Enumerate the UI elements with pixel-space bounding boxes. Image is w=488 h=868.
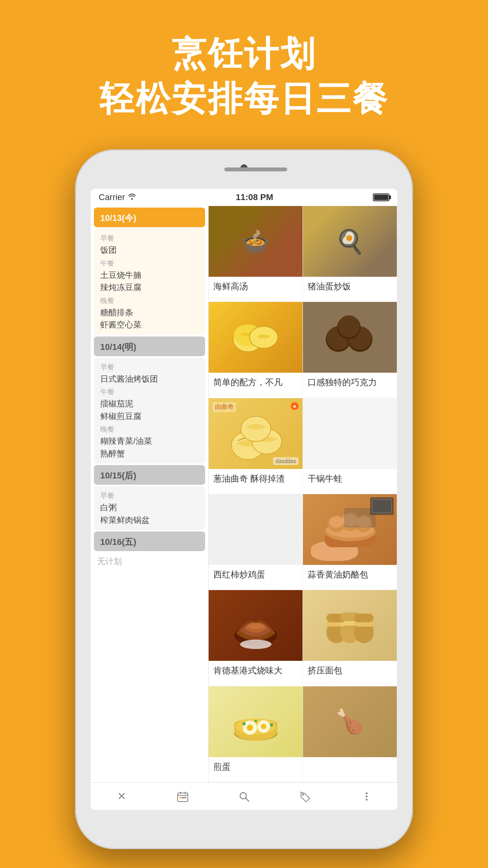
meal-item[interactable]: 饭团 [100, 244, 199, 256]
svg-point-51 [366, 792, 368, 794]
svg-point-52 [366, 795, 368, 797]
day-header-4[interactable]: 10/16(五) [94, 531, 205, 551]
day-group-4: 10/16(五) 无计划 [91, 531, 208, 570]
day-group-today: 10/13(今) 早餐 饭团 午餐 土豆烧牛腩 辣炖冻豆腐 晚餐 糖醋排条 虾酱… [91, 208, 208, 335]
sidebar[interactable]: 10/13(今) 早餐 饭团 午餐 土豆烧牛腩 辣炖冻豆腐 晚餐 糖醋排条 虾酱… [91, 206, 209, 782]
meal-item[interactable]: 糖醋排条 [100, 306, 199, 319]
app-headline: 烹饪计划 轻松安排每日三餐 [0, 0, 488, 121]
meal-item[interactable]: 虾酱空心菜 [100, 318, 199, 331]
recipe-image-1: 🍲 [209, 206, 303, 277]
meal-item[interactable]: 白粥 [100, 501, 199, 514]
recipe-item-2[interactable]: 🍳 猪油蛋炒饭 [303, 206, 397, 302]
meal-label: 午餐 [100, 387, 199, 397]
recipe-title-5: 葱油曲奇 酥得掉渣 [209, 469, 303, 490]
recipe-item-12[interactable]: 🍗 [303, 686, 397, 782]
day-group-3: 10/15(后) 早餐 白粥 榨菜鲜肉锅盆 [91, 465, 208, 530]
svg-point-37 [261, 724, 266, 729]
tab-search[interactable] [232, 785, 256, 808]
day-header-3[interactable]: 10/15(后) [94, 465, 205, 485]
svg-point-53 [366, 798, 368, 800]
tab-close[interactable]: ✕ [110, 785, 133, 808]
scallion-overlay-text2: dasddas [273, 457, 299, 465]
tab-tag[interactable] [294, 785, 317, 808]
meal-item[interactable]: 辣炖冻豆腐 [100, 281, 199, 294]
svg-rect-32 [354, 614, 374, 622]
recipe-image-3 [209, 302, 303, 373]
phone-mockup: Carrier 11:08 PM [75, 149, 413, 849]
recipe-item-3[interactable]: 简单的配方，不凡 [209, 302, 303, 398]
status-time: 11:08 PM [236, 192, 273, 202]
scallion-overlay-text: 由曲奇 [213, 402, 236, 412]
phone-speaker [224, 167, 287, 171]
phone-shell: Carrier 11:08 PM [75, 149, 413, 849]
content-area: 10/13(今) 早餐 饭团 午餐 土豆烧牛腩 辣炖冻豆腐 晚餐 糖醋排条 虾酱… [91, 206, 397, 782]
svg-point-38 [242, 722, 246, 725]
svg-point-18 [329, 517, 343, 528]
svg-rect-47 [184, 797, 186, 798]
recipe-image-6 [303, 398, 397, 469]
recipe-grid[interactable]: 🍲 海鲜高汤 🍳 猪油蛋炒饭 [209, 206, 397, 782]
svg-point-39 [270, 723, 273, 726]
recipe-title-4: 口感独特的巧克力 [303, 373, 397, 394]
status-bar: Carrier 11:08 PM [91, 189, 397, 206]
meal-label: 午餐 [100, 259, 199, 268]
recipe-item-9[interactable]: 肯德基港式烧味大 [209, 590, 303, 686]
svg-rect-46 [182, 797, 184, 798]
recipe-image-9 [209, 590, 303, 661]
recipe-image-12: 🍗 [303, 686, 397, 757]
recipe-image-7 [209, 494, 303, 565]
recipe-title-8: 蒜香黄油奶酪包 [303, 565, 397, 586]
recipe-item-11[interactable]: 煎蛋 [209, 686, 303, 782]
recipe-item-6[interactable]: 干锅牛蛙 [303, 398, 397, 494]
day-header-2[interactable]: 10/14(明) [94, 337, 205, 356]
recipe-item-8[interactable]: 蒜香黄油奶酪包 [303, 494, 397, 590]
recipe-title-2: 猪油蛋炒饭 [303, 277, 397, 298]
meal-label: 早餐 [100, 362, 199, 372]
svg-point-23 [240, 640, 272, 649]
recipe-image-4 [303, 302, 397, 373]
tab-more[interactable] [355, 785, 378, 808]
meal-item[interactable]: 榨菜鲜肉锅盆 [100, 514, 199, 526]
meal-item[interactable]: 糊辣青菜/油菜 [100, 435, 199, 447]
recipe-image-11 [209, 686, 303, 757]
svg-point-40 [255, 720, 257, 722]
recipe-title-11: 煎蛋 [209, 757, 303, 778]
recipe-title-7: 西红柿炒鸡蛋 [209, 565, 303, 586]
meal-label: 晚餐 [100, 296, 199, 305]
svg-point-50 [302, 793, 304, 795]
svg-point-8 [338, 315, 360, 337]
recipe-item-1[interactable]: 🍲 海鲜高汤 [209, 206, 303, 302]
wifi-icon [128, 193, 136, 202]
meal-item[interactable]: 擂椒茄泥 [100, 397, 199, 410]
meal-item[interactable]: 日式酱油烤饭团 [100, 373, 199, 385]
no-plan-label: 无计划 [91, 553, 208, 570]
tab-bar: ✕ [91, 782, 397, 810]
recipe-title-12 [303, 757, 397, 766]
meal-item[interactable]: 鲜椒煎豆腐 [100, 410, 199, 423]
meal-label: 晚餐 [100, 425, 199, 434]
recipe-image-8 [303, 494, 397, 565]
day-content-2: 早餐 日式酱油烤饭团 午餐 擂椒茄泥 鲜椒煎豆腐 晚餐 糊辣青菜/油菜 熟醉蟹 [94, 358, 205, 464]
recipe-item-10[interactable]: 挤压面包 [303, 590, 397, 686]
recipe-title-10: 挤压面包 [303, 661, 397, 682]
svg-line-49 [246, 798, 249, 801]
recipe-item-4[interactable]: 口感独特的巧克力 [303, 302, 397, 398]
svg-rect-45 [180, 797, 182, 798]
recipe-item-7[interactable]: 西红柿炒鸡蛋 [209, 494, 303, 590]
phone-screen: Carrier 11:08 PM [91, 189, 397, 810]
day-content-today: 早餐 饭团 午餐 土豆烧牛腩 辣炖冻豆腐 晚餐 糖醋排条 虾酱空心菜 [94, 229, 205, 335]
recipe-title-9: 肯德基港式烧味大 [209, 661, 303, 682]
recipe-item-5[interactable]: 由曲奇 ● dasddas 葱油曲奇 酥得掉渣 [209, 398, 303, 494]
meal-label: 早餐 [100, 491, 199, 500]
tab-calendar[interactable] [171, 785, 194, 808]
day-group-2: 10/14(明) 早餐 日式酱油烤饭团 午餐 擂椒茄泥 鲜椒煎豆腐 晚餐 糊辣青… [91, 337, 208, 464]
day-header-today[interactable]: 10/13(今) [94, 208, 205, 227]
day-content-3: 早餐 白粥 榨菜鲜肉锅盆 [94, 486, 205, 530]
svg-point-35 [247, 725, 253, 731]
recipe-title-1: 海鲜高汤 [209, 277, 303, 298]
meal-item[interactable]: 土豆烧牛腩 [100, 269, 199, 281]
meal-label: 早餐 [100, 234, 199, 243]
recipe-image-2: 🍳 [303, 206, 397, 277]
recipe-title-6: 干锅牛蛙 [303, 469, 397, 490]
meal-item[interactable]: 熟醉蟹 [100, 447, 199, 460]
